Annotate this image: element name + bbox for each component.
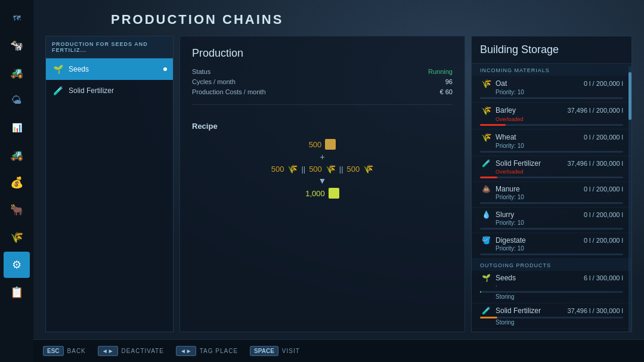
recipe-plus: +: [320, 152, 324, 162]
solid-fertilizer-icon: 🧪: [52, 85, 64, 97]
slurry-amount: 0 l / 200,000 l: [584, 211, 623, 218]
costs-label: Production Costs / month: [192, 88, 266, 95]
sidebar-item-vehicles[interactable]: 🚜: [4, 60, 30, 86]
slurry-progress-container: [480, 228, 623, 230]
recipe-input-seed-pallet: 500: [309, 139, 336, 150]
costs-row: Production Costs / month € 60: [192, 88, 453, 95]
space-key[interactable]: SPACE: [250, 346, 278, 356]
solid-fert-out-icon: 🧪: [480, 307, 492, 315]
seed-pallet-amount: 500: [309, 140, 322, 149]
hotkey-deactivate: ◄► DEACTIVATE: [98, 346, 164, 356]
barley-storage-icon: 🌾: [480, 106, 492, 115]
sidebar-item-crops[interactable]: 🌾: [4, 224, 30, 250]
sidebar-item-production[interactable]: ⚙: [4, 252, 30, 278]
slurry-priority: Priority: 10: [496, 219, 524, 226]
sidebar-item-livestock[interactable]: 🐂: [4, 197, 30, 223]
esc-key[interactable]: ESC: [43, 346, 64, 356]
solid-fert-out-progress-container: [480, 317, 623, 318]
sidebar-item-animals[interactable]: 🐄: [4, 32, 30, 58]
oat-progress-bar-container: [480, 97, 623, 99]
recipe-arrow: ▼: [318, 176, 327, 185]
storage-item-digestate: 🪣 Digestate 0 l / 200,000 l Priority: 10: [472, 233, 631, 259]
seeds-out-progress-bar: [480, 291, 481, 293]
production-list-header: PRODUCTION FOR SEEDS AND FERTILIZ...: [46, 36, 173, 58]
recipe-title: Recipe: [192, 122, 453, 131]
building-storage-panel: Building Storage INCOMING MATERIALS 🌾 Oa…: [471, 36, 632, 332]
output-amount: 1,000: [305, 189, 325, 198]
seeds-status: Storing: [496, 293, 515, 300]
sidebar-item-finance[interactable]: 💰: [4, 169, 30, 196]
recipe-parallel-inputs: 500 🌾 || 500 🌾 || 500 🌾: [271, 164, 374, 174]
oat-storage-amount: 0 l / 200,000 l: [584, 80, 623, 87]
storage-item-solid-fert-out: 🧪 Solid Fertilizer 37,496 l / 300,000 l …: [472, 304, 631, 329]
page-title: PRODUCTION CHAINS: [111, 12, 632, 27]
incoming-label: INCOMING MATERIALS: [472, 64, 631, 76]
manure-icon: 💩: [480, 185, 492, 193]
production-list-item-seeds[interactable]: 🌱 Seeds: [46, 58, 173, 80]
storage-item-seeds-out: 🌱 Seeds 6 l / 300,000 l · Storing: [472, 271, 631, 304]
production-list-item-solid-fertilizer[interactable]: 🧪 Solid Fertilizer: [46, 80, 173, 101]
wheat-priority: Priority: 10: [496, 143, 524, 149]
cycles-row: Cycles / month 96: [192, 78, 453, 85]
digestate-amount: 0 l / 200,000 l: [584, 237, 623, 244]
digestate-icon: 🪣: [480, 236, 492, 245]
parallel-separator-1: ||: [301, 165, 305, 174]
solid-fert-in-amount: 37,496 l / 300,000 l: [567, 160, 623, 167]
production-detail-title: Production: [192, 47, 453, 60]
visit-label: VISIT: [282, 348, 300, 354]
manure-priority: Priority: 10: [496, 194, 524, 200]
oat-amount: 500: [271, 165, 284, 174]
storage-item-slurry: 💧 Slurry 0 l / 200,000 l Priority: 10: [472, 208, 631, 233]
barley-storage-name: Barley: [496, 106, 516, 115]
wheat-storage-icon: 🌾: [480, 132, 492, 142]
bottom-bar: ESC BACK ◄► DEACTIVATE ◄► TAG PLACE SPAC…: [33, 339, 644, 362]
output-icon: [329, 188, 339, 199]
hotkey-back: ESC BACK: [43, 346, 86, 356]
sidebar-item-minimap[interactable]: 🗺: [4, 5, 30, 31]
digestate-name: Digestate: [496, 236, 526, 245]
seeds-out-progress-container: [480, 291, 623, 293]
hotkey-tag-place: ◄► TAG PLACE: [176, 346, 238, 356]
seeds-icon: 🌱: [52, 63, 64, 75]
oat-storage-icon: 🌾: [480, 79, 492, 88]
cycles-value: 96: [445, 78, 453, 85]
seeds-out-amount: 6 l / 300,000 l: [584, 274, 623, 281]
deactivate-label: DEACTIVATE: [122, 348, 164, 354]
solid-fert-in-warning: Overloaded: [496, 169, 524, 175]
digestate-progress-container: [480, 253, 623, 255]
barley-icon: 🌾: [326, 164, 336, 174]
wheat-icon: 🌾: [363, 164, 373, 174]
storage-content[interactable]: INCOMING MATERIALS 🌾 Oat 0 l / 200,000 l…: [472, 64, 631, 332]
sidebar-item-farm[interactable]: 🚜: [4, 142, 30, 168]
main-content: PRODUCTION CHAINS PRODUCTION FOR SEEDS A…: [33, 0, 644, 362]
storage-item-manure: 💩 Manure 0 l / 200,000 l Priority: 10: [472, 182, 631, 208]
status-label: Status: [192, 68, 210, 75]
scrollbar-track[interactable]: [628, 66, 631, 332]
recipe-output: 1,000: [305, 188, 339, 199]
solid-fert-out-progress-bar: [480, 317, 497, 318]
hotkey-visit: SPACE VISIT: [250, 346, 300, 356]
barley-progress-bar: [480, 124, 506, 126]
solid-fert-out-name: Solid Fertilizer: [496, 307, 541, 315]
seeds-dot: [163, 67, 167, 71]
production-list-panel: PRODUCTION FOR SEEDS AND FERTILIZ... 🌱 S…: [45, 36, 174, 332]
solid-fert-in-progress-container: [480, 177, 623, 178]
building-storage-title: Building Storage: [480, 44, 623, 56]
barley-storage-amount: 37,496 l / 200,000 l: [567, 107, 623, 114]
tag-place-key[interactable]: ◄►: [176, 346, 196, 356]
sidebar-item-contracts[interactable]: 📋: [4, 279, 30, 305]
parallel-separator-2: ||: [339, 165, 343, 174]
recipe-section: Recipe 500 + 500 🌾 || 500 🌾: [192, 122, 453, 199]
wheat-amount: 500: [347, 165, 360, 174]
barley-warning: Overloaded: [496, 116, 524, 122]
storage-item-oat: 🌾 Oat 0 l / 200,000 l Priority: 10: [472, 76, 631, 103]
manure-name: Manure: [496, 185, 520, 193]
sidebar-item-weather[interactable]: 🌤: [4, 87, 30, 113]
production-detail-panel: Production Status Running Cycles / month…: [179, 36, 465, 332]
solid-fert-status: Storing: [496, 319, 515, 326]
cycles-label: Cycles / month: [192, 78, 236, 85]
scrollbar-thumb[interactable]: [628, 72, 631, 120]
sidebar-item-stats[interactable]: 📊: [4, 115, 30, 141]
recipe-content: 500 + 500 🌾 || 500 🌾 || 500 🌾: [192, 139, 453, 199]
deactivate-key[interactable]: ◄►: [98, 346, 118, 356]
